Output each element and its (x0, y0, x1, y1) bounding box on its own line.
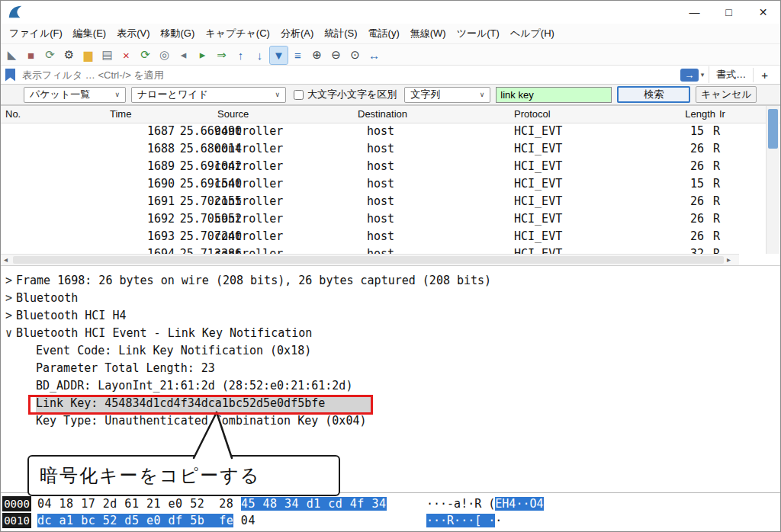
chevron-down-icon: ∨ (270, 91, 280, 98)
chevron-right-icon[interactable]: > (5, 307, 16, 325)
chevron-down-icon[interactable]: ∨ (5, 325, 16, 342)
go-forward-icon[interactable]: ▸ (194, 46, 211, 64)
menubar: ファイル(F) 編集(E) 表示(V) 移動(G) キャプチャ(C) 分析(A)… (1, 24, 781, 43)
wireshark-logo-icon (7, 4, 24, 21)
display-filter-bar: → ▾ 書式… + (1, 65, 780, 85)
menu-capture[interactable]: キャプチャ(C) (200, 24, 275, 43)
go-back-icon[interactable]: ◂ (175, 46, 192, 64)
detail-row-bluetooth[interactable]: >Bluetooth (1, 290, 780, 307)
go-first-icon[interactable]: ↑ (232, 46, 249, 64)
detail-row-frame[interactable]: >Frame 1698: 26 bytes on wire (208 bits)… (1, 272, 780, 290)
case-sensitive-option: 大文字小文字を区別 (294, 88, 397, 101)
annotation-label: 暗号化キーをコピーする (40, 463, 260, 488)
detail-row-hci-h4[interactable]: >Bluetooth HCI H4 (1, 307, 780, 325)
filter-format-button[interactable]: 書式… (709, 66, 753, 83)
minimize-icon[interactable]: — (677, 1, 712, 24)
search-scope-select[interactable]: パケット一覧 ∨ (24, 87, 126, 103)
col-no[interactable]: No. (5, 108, 21, 120)
case-sensitive-checkbox[interactable] (294, 90, 304, 100)
hex-bytes[interactable]: 04 18 17 2d 61 21 e0 52 28 45 48 34 d1 c… (37, 495, 387, 512)
hex-line[interactable]: 0000 04 18 17 2d 61 21 e0 52 28 45 48 34… (1, 495, 780, 512)
auto-scroll-icon[interactable]: ▼ (270, 46, 288, 64)
find-button[interactable]: 検索 (617, 86, 690, 103)
menu-tools[interactable]: ツール(T) (452, 24, 505, 43)
menu-telephony[interactable]: 電話(y) (363, 24, 405, 43)
detail-row-bd-addr[interactable]: BD_ADDR: LayonInt_21:61:2d (28:52:e0:21:… (1, 377, 780, 395)
table-row[interactable]: 168825.680014controllerhostHCI_EVT26R (1, 140, 780, 158)
detail-row-key-type[interactable]: Key Type: Unauthenticated Combination Ke… (1, 412, 780, 430)
chevron-right-icon[interactable]: > (5, 272, 16, 290)
scroll-right-icon[interactable]: ▸ (727, 255, 731, 264)
cancel-button[interactable]: キャンセル (696, 86, 757, 103)
close-icon[interactable]: ✕ (746, 1, 780, 24)
search-scope-value: パケット一覧 (30, 88, 90, 101)
col-info[interactable]: Ir (719, 108, 725, 120)
start-capture-icon[interactable]: ◣ (3, 46, 21, 64)
display-filter-input[interactable] (21, 69, 680, 82)
detail-row-link-key[interactable]: Link Key: 454834d1cd4f34dca1bc52d5e0df5b… (1, 395, 780, 412)
menu-file[interactable]: ファイル(F) (4, 24, 68, 43)
vertical-scrollbar[interactable] (766, 106, 779, 254)
search-input[interactable] (496, 87, 612, 103)
colorize-icon[interactable]: ≡ (289, 46, 307, 64)
menu-analyze[interactable]: 分析(A) (275, 24, 319, 43)
packet-list: No. Time Source Destination Protocol Len… (1, 105, 780, 254)
save-file-icon[interactable]: ▤ (98, 46, 116, 64)
hex-bytes[interactable]: dc a1 bc 52 d5 e0 df 5b fe 04 (37, 512, 256, 529)
close-file-icon[interactable]: × (117, 46, 135, 64)
reload-icon[interactable]: ⟳ (137, 46, 154, 64)
menu-wireless[interactable]: 無線(W) (405, 24, 452, 43)
detail-row-param-length[interactable]: Parameter Total Length: 23 (1, 360, 780, 377)
hex-line[interactable]: 0010 dc a1 bc 52 d5 e0 df 5b fe 04 ···R·… (1, 512, 780, 529)
table-row[interactable]: 169125.702155controllerhostHCI_EVT26R (1, 193, 780, 210)
menu-go[interactable]: 移動(G) (156, 24, 201, 43)
detail-row-event-code[interactable]: Event Code: Link Key Notification (0x18) (1, 342, 780, 360)
col-time[interactable]: Time (110, 108, 131, 120)
open-file-icon[interactable]: ▆ (79, 46, 97, 64)
hex-ascii[interactable]: ···R···[ ·· (426, 512, 502, 529)
table-row[interactable]: 168725.669490controllerhostHCI_EVT15R (1, 123, 780, 140)
col-destination[interactable]: Destination (358, 108, 407, 120)
go-to-packet-icon[interactable]: ⇒ (213, 46, 230, 64)
scrollbar-thumb[interactable] (768, 109, 778, 149)
scrollbar-thumb[interactable] (13, 256, 724, 264)
chevron-down-icon: ∨ (475, 91, 485, 98)
zoom-in-icon[interactable]: ⊕ (308, 46, 326, 64)
search-type-select[interactable]: 文字列 ∨ (404, 87, 490, 103)
maximize-icon[interactable]: □ (712, 1, 746, 24)
scroll-left-icon[interactable]: ◂ (4, 255, 8, 264)
char-width-value: ナローとワイド (137, 88, 208, 101)
hex-ascii[interactable]: ···-a!·R (EH4··O4 (426, 495, 544, 512)
annotation-callout: 暗号化キーをコピーする (27, 455, 340, 496)
menu-edit[interactable]: 編集(E) (68, 24, 111, 43)
char-width-select[interactable]: ナローとワイド ∨ (131, 87, 286, 103)
menu-help[interactable]: ヘルプ(H) (505, 24, 560, 43)
table-row[interactable]: 168925.691042controllerhostHCI_EVT26R (1, 158, 780, 175)
zoom-100-icon[interactable]: ⊙ (346, 46, 364, 64)
titlebar: — □ ✕ (1, 1, 780, 24)
horizontal-scrollbar[interactable]: ◂ ▸ (1, 254, 739, 265)
search-type-value: 文字列 (410, 88, 440, 101)
table-row[interactable]: 169225.705952controllerhostHCI_EVT26R (1, 210, 780, 228)
resize-columns-icon[interactable]: ↔ (365, 46, 383, 64)
detail-row-hci-event[interactable]: ∨Bluetooth HCI Event - Link Key Notifica… (1, 325, 780, 342)
add-filter-button[interactable]: + (753, 68, 776, 82)
chevron-right-icon[interactable]: > (5, 290, 16, 307)
apply-filter-button[interactable]: → (680, 69, 699, 82)
col-length[interactable]: Length (653, 108, 715, 120)
find-packet-icon[interactable]: ◎ (156, 46, 173, 64)
stop-capture-icon[interactable]: ■ (22, 46, 40, 64)
chevron-down-icon[interactable]: ▾ (701, 71, 705, 79)
menu-statistics[interactable]: 統計(S) (319, 24, 362, 43)
col-source[interactable]: Source (217, 108, 249, 120)
table-row[interactable]: 169425.713386controllerhostHCI_EVT32R (1, 245, 780, 254)
capture-options-icon[interactable]: ⚙ (60, 46, 78, 64)
restart-capture-icon[interactable]: ⟳ (41, 46, 59, 64)
bookmark-icon[interactable] (5, 69, 15, 82)
col-protocol[interactable]: Protocol (514, 108, 551, 120)
go-last-icon[interactable]: ↓ (251, 46, 268, 64)
table-row[interactable]: 169025.691540controllerhostHCI_EVT15R (1, 175, 780, 193)
zoom-out-icon[interactable]: ⊖ (327, 46, 345, 64)
menu-view[interactable]: 表示(V) (111, 24, 155, 43)
table-row[interactable]: 169325.707240controllerhostHCI_EVT26R (1, 228, 780, 245)
